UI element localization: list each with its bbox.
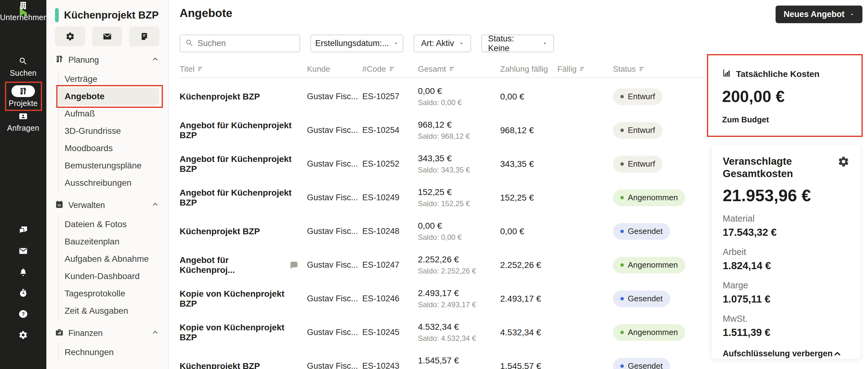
note-icon[interactable] (129, 27, 159, 47)
sidebar-nav-label: Aufmaß (65, 109, 95, 119)
sidebar-section-header[interactable]: 31 Verwalten (55, 199, 168, 211)
status-label: Gesendet (628, 361, 663, 369)
offers-table: Titel Kunde #Code Gesamt (180, 61, 704, 369)
status-dot-icon (620, 263, 624, 267)
timer-icon[interactable] (0, 282, 46, 304)
table-column-header[interactable]: Status (613, 64, 704, 74)
new-offer-button[interactable]: Neues Angebot (776, 6, 862, 23)
offer-title: Küchenprojekt BZP (180, 92, 260, 102)
search-box[interactable] (180, 35, 300, 52)
sidebar-nav-item[interactable]: Kunden-Dashboard (59, 268, 159, 285)
rail-nav-item[interactable]: Projekte (0, 85, 46, 108)
offer-customer: Gustav Fisc... (307, 193, 362, 203)
sidebar-nav-item[interactable]: Aufgaben & Abnahme (59, 250, 159, 268)
sidebar-nav-item[interactable]: Rechnungen (59, 344, 159, 361)
offer-total: 2.493,17 € (418, 288, 500, 298)
offer-code: ES-10252 (362, 159, 418, 169)
sidebar-nav-item[interactable]: Zeit & Ausgaben (59, 302, 159, 319)
sidebar-nav-item[interactable]: Angebote (59, 88, 159, 105)
offer-title-cell: Küchenprojekt BZP (180, 361, 307, 369)
offer-row[interactable]: Küchenprojekt BZP Gustav Fisc... ES-1025… (180, 80, 704, 114)
offer-row[interactable]: Angebot für Küchenprojekt BZP Gustav Fis… (180, 181, 704, 214)
table-column-header[interactable]: Zahlung fällig (500, 64, 557, 74)
status-label: Entwurf (628, 125, 655, 135)
sidebar-nav-item[interactable]: 3D-Grundrisse (59, 122, 159, 140)
projects-icon (55, 55, 64, 65)
actual-costs-title: Tatsächliche Kosten (736, 69, 819, 79)
main-content: Angebote Neues Angebot Erstellungsdatum:… (169, 0, 868, 369)
offer-total-cell: 2.493,17 € Saldo: 2.493,17 € (418, 288, 500, 309)
filter-dropdown-type[interactable]: Art: Aktiv (413, 35, 471, 52)
bell-icon[interactable] (0, 262, 46, 282)
offer-code: ES-10245 (362, 328, 418, 337)
sidebar-nav-label: Moodboards (65, 144, 113, 153)
table-body: Küchenprojekt BZP Gustav Fisc... ES-1025… (180, 78, 704, 369)
status-label: Angenommen (628, 328, 678, 337)
rail-nav-item[interactable]: Suchen (0, 56, 46, 76)
chevron-up-icon[interactable] (152, 55, 159, 65)
sidebar-nav-item[interactable]: Tagesprotokolle (59, 285, 159, 302)
sidebar-section-header[interactable]: Planung (55, 54, 168, 65)
offer-row[interactable]: Kopie von Küchenprojekt BZP Gustav Fisc.… (180, 282, 704, 315)
estimated-costs-amount: 21.953,96 € (723, 186, 849, 205)
sidebar-nav-label: Ausschreibungen (65, 178, 131, 188)
chevron-up-icon[interactable] (152, 329, 159, 338)
sidebar-nav-item[interactable]: Verträge (59, 70, 159, 88)
sidebar-nav-item[interactable]: Ausschreibungen (59, 174, 159, 192)
offer-saldo: Saldo: 2.252,26 € (418, 267, 500, 275)
table-column-header[interactable]: Kunde (307, 64, 362, 74)
rail-nav-item[interactable]: Anfragen (0, 111, 46, 132)
sidebar-nav-item[interactable]: Moodboards (59, 140, 159, 157)
status-label: Gesendet (628, 226, 663, 236)
search-input[interactable] (197, 39, 307, 48)
table-column-header[interactable]: Titel (180, 64, 307, 74)
offer-payment-due: 343,35 € (500, 159, 557, 169)
offer-customer: Gustav Fisc... (307, 159, 362, 169)
offer-row[interactable]: Angebot für Küchenproj... Gustav Fisc...… (180, 248, 704, 282)
sort-icon[interactable] (449, 65, 456, 72)
app-rail: Suchen Projekte Anfragen Unternehmen ? (0, 0, 46, 369)
offer-row[interactable]: Kopie von Küchenprojekt BZP Gustav Fisc.… (180, 315, 704, 349)
calendar-icon: 31 (55, 200, 64, 211)
help-icon[interactable]: ? (0, 304, 46, 325)
table-column-header[interactable]: Gesamt (418, 64, 500, 74)
offer-row[interactable]: Küchenprojekt BZP Gustav Fisc... ES-1024… (180, 214, 704, 248)
sidebar-nav-item[interactable]: Bemusterungspläne (59, 157, 159, 174)
leads-icon (0, 111, 46, 122)
sort-icon[interactable] (580, 65, 586, 72)
offer-row[interactable]: Küchenprojekt BZP Gustav Fisc... ES-1024… (180, 349, 704, 369)
offer-code: ES-10254 (362, 125, 418, 135)
filter-label: Status: Keine (488, 34, 537, 53)
to-budget-link[interactable]: Zum Budget (722, 115, 769, 125)
chevron-up-icon[interactable] (152, 201, 159, 210)
mail-icon[interactable] (0, 240, 46, 262)
sort-icon[interactable] (389, 65, 396, 72)
offer-total: 343,35 € (418, 154, 500, 163)
filter-dropdown-date[interactable]: Erstellungsdatum:... (310, 35, 403, 52)
messages-icon[interactable] (0, 219, 46, 240)
filter-dropdown-status[interactable]: Status: Keine (481, 35, 554, 52)
offer-total-cell: 1.545,57 € Saldo: 1.545,57 € (418, 356, 500, 369)
comment-icon[interactable] (288, 260, 300, 270)
mail-icon[interactable] (92, 27, 122, 47)
hide-breakdown-toggle[interactable]: Aufschlüsselung verbergen (723, 349, 849, 359)
offer-total: 968,12 € (418, 120, 500, 130)
sidebar-nav-label: Verträge (65, 74, 97, 84)
offer-row[interactable]: Angebot für Küchenprojekt BZP Gustav Fis… (180, 114, 704, 147)
offer-title: Angebot für Küchenprojekt BZP (180, 154, 300, 174)
sort-icon[interactable] (197, 65, 204, 72)
sidebar-nav-item[interactable]: Dateien & Fotos (59, 216, 159, 233)
table-column-header[interactable]: #Code (362, 64, 418, 74)
offer-row[interactable]: Angebot für Küchenprojekt BZP Gustav Fis… (180, 147, 704, 181)
sidebar-section-header[interactable]: Finanzen (55, 328, 168, 339)
offer-total-cell: 968,12 € Saldo: 968,12 € (418, 120, 500, 141)
gear-icon[interactable] (55, 27, 85, 47)
sidebar-nav-item[interactable]: Aufmaß (59, 105, 159, 122)
offer-status-cell: Gesendet (613, 358, 704, 369)
gear-icon[interactable] (0, 325, 46, 345)
sidebar-nav-item[interactable]: Bauzeitenplan (59, 233, 159, 250)
rail-nav-item[interactable]: Unternehmen (0, 0, 46, 22)
table-column-header[interactable]: Fällig (557, 64, 613, 74)
gear-icon[interactable] (838, 156, 849, 169)
sort-icon[interactable] (639, 65, 646, 72)
